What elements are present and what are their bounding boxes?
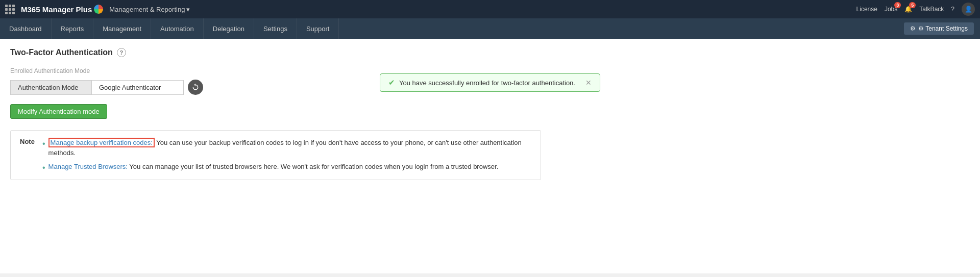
tab-settings[interactable]: Settings [254,18,297,39]
note-content-2: Manage Trusted Browsers: You can manage … [48,162,499,172]
note-content-1: Manage backup verification codes: You ca… [48,138,531,158]
note-text-2: You can manage your list of trusted brow… [129,163,498,170]
nav-tabs-right: ⚙ ⚙ Tenant Settings [904,18,980,39]
note-bullet-1: • [42,139,45,148]
auth-mode-label: Authentication Mode [10,80,92,95]
jobs-badge-wrapper: Jobs 3 [885,6,897,13]
success-message: You have successfully enrolled for two-f… [399,79,575,87]
nav-tabs: Dashboard Reports Management Automation … [0,18,980,39]
note-box: Note • Manage backup verification codes:… [10,130,541,180]
manage-backup-codes-link[interactable]: Manage backup verification codes: [48,138,155,147]
management-reporting-nav[interactable]: Management & Reporting ▾ [109,6,190,13]
auth-mode-value: Google Authenticator [92,80,184,95]
refresh-icon [191,83,200,91]
user-avatar[interactable]: 👤 [962,3,975,16]
success-check-icon: ✔ [388,78,395,87]
brand-name: M365 Manager Plus [21,5,92,14]
tab-management[interactable]: Management [93,18,151,39]
dropdown-arrow-icon: ▾ [186,6,190,13]
help-link[interactable]: ? [951,6,954,13]
license-link[interactable]: License [856,6,877,13]
modify-authentication-button[interactable]: Modify Authentication mode [10,104,107,119]
talkback-link[interactable]: TalkBack [919,6,944,13]
app-grid-icon[interactable] [5,5,15,14]
tab-automation[interactable]: Automation [151,18,204,39]
main-content: Two-Factor Authentication ? ✔ You have s… [0,39,980,273]
note-item-1: • Manage backup verification codes: You … [42,138,531,158]
notifications-badge: 5 [909,2,916,8]
page-title: Two-Factor Authentication [10,48,113,57]
jobs-badge: 3 [894,2,901,8]
tenant-settings-button[interactable]: ⚙ ⚙ Tenant Settings [904,22,974,35]
tab-dashboard[interactable]: Dashboard [0,18,52,39]
close-notification-button[interactable]: ✕ [585,79,592,87]
notifications-badge-wrapper: 🔔 5 [904,6,912,13]
tab-support[interactable]: Support [297,18,339,39]
note-bullet-2: • [42,163,45,172]
tab-reports[interactable]: Reports [52,18,94,39]
brand-logo: M365 Manager Plus [21,5,103,14]
note-items: • Manage backup verification codes: You … [42,138,531,172]
note-label: Note [20,138,38,145]
success-notification: ✔ You have successfully enrolled for two… [380,73,600,92]
manage-trusted-browsers-link[interactable]: Manage Trusted Browsers: [48,163,128,170]
brand-plus-circle [94,5,103,14]
google-authenticator-icon[interactable] [188,80,203,95]
tab-delegation[interactable]: Delegation [204,18,254,39]
page-title-row: Two-Factor Authentication ? [10,48,970,57]
top-bar: M365 Manager Plus Management & Reporting… [0,0,980,18]
note-row: Note • Manage backup verification codes:… [20,138,531,172]
help-icon[interactable]: ? [117,48,126,57]
top-bar-left: M365 Manager Plus Management & Reporting… [5,5,190,14]
note-item-2: • Manage Trusted Browsers: You can manag… [42,162,531,172]
gear-icon: ⚙ [910,25,916,32]
top-bar-right: License Jobs 3 🔔 5 TalkBack ? 👤 [856,3,975,16]
